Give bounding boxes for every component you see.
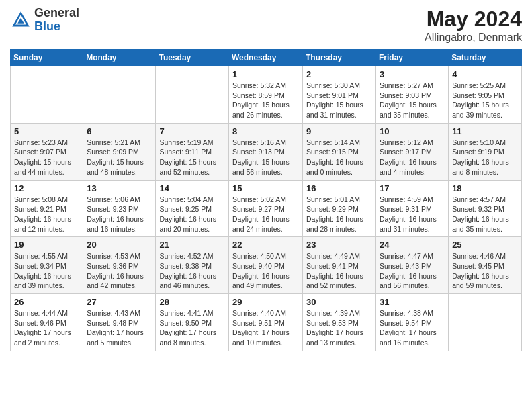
calendar-week-1: 1Sunrise: 5:32 AM Sunset: 8:59 PM Daylig… xyxy=(11,66,522,124)
day-number: 8 xyxy=(232,126,299,136)
day-info: Sunrise: 5:19 AM Sunset: 9:11 PM Dayligh… xyxy=(159,138,225,177)
calendar-day-30: 30Sunrise: 4:39 AM Sunset: 9:53 PM Dayli… xyxy=(303,294,376,351)
calendar-day-7: 7Sunrise: 5:19 AM Sunset: 9:11 PM Daylig… xyxy=(156,123,229,180)
day-number: 21 xyxy=(159,240,225,250)
day-number: 19 xyxy=(14,240,79,250)
day-number: 7 xyxy=(159,126,225,136)
calendar-day-23: 23Sunrise: 4:49 AM Sunset: 9:41 PM Dayli… xyxy=(303,237,376,294)
day-info: Sunrise: 4:46 AM Sunset: 9:45 PM Dayligh… xyxy=(452,251,518,291)
day-number: 3 xyxy=(380,69,445,79)
day-header-sunday: Sunday xyxy=(11,50,83,66)
calendar-day-14: 14Sunrise: 5:04 AM Sunset: 9:25 PM Dayli… xyxy=(156,180,229,237)
day-info: Sunrise: 5:10 AM Sunset: 9:19 PM Dayligh… xyxy=(452,138,518,177)
calendar-day-5: 5Sunrise: 5:23 AM Sunset: 9:07 PM Daylig… xyxy=(11,123,83,180)
calendar-day-26: 26Sunrise: 4:44 AM Sunset: 9:46 PM Dayli… xyxy=(11,294,83,351)
day-info: Sunrise: 5:16 AM Sunset: 9:13 PM Dayligh… xyxy=(232,138,299,177)
calendar-day-9: 9Sunrise: 5:14 AM Sunset: 9:15 PM Daylig… xyxy=(303,123,376,180)
calendar-day-6: 6Sunrise: 5:21 AM Sunset: 9:09 PM Daylig… xyxy=(83,123,156,180)
day-number: 25 xyxy=(452,240,518,250)
day-info: Sunrise: 5:32 AM Sunset: 8:59 PM Dayligh… xyxy=(232,81,299,120)
calendar-day-11: 11Sunrise: 5:10 AM Sunset: 9:19 PM Dayli… xyxy=(449,123,522,180)
logo-general: General xyxy=(34,7,79,20)
day-info: Sunrise: 4:53 AM Sunset: 9:36 PM Dayligh… xyxy=(87,251,152,291)
day-number: 27 xyxy=(87,297,152,307)
day-number: 30 xyxy=(306,297,372,307)
day-number: 17 xyxy=(380,183,445,193)
day-info: Sunrise: 4:47 AM Sunset: 9:43 PM Dayligh… xyxy=(380,251,445,291)
day-number: 26 xyxy=(14,297,79,307)
calendar-day-19: 19Sunrise: 4:55 AM Sunset: 9:34 PM Dayli… xyxy=(11,237,83,294)
day-info: Sunrise: 4:52 AM Sunset: 9:38 PM Dayligh… xyxy=(159,251,225,291)
empty-cell xyxy=(449,294,522,351)
day-info: Sunrise: 5:01 AM Sunset: 9:29 PM Dayligh… xyxy=(306,195,372,234)
day-number: 15 xyxy=(232,183,299,193)
day-info: Sunrise: 5:08 AM Sunset: 9:21 PM Dayligh… xyxy=(14,195,79,234)
day-number: 4 xyxy=(452,69,518,79)
calendar-day-18: 18Sunrise: 4:57 AM Sunset: 9:32 PM Dayli… xyxy=(449,180,522,237)
calendar-day-28: 28Sunrise: 4:41 AM Sunset: 9:50 PM Dayli… xyxy=(156,294,229,351)
calendar-day-17: 17Sunrise: 4:59 AM Sunset: 9:31 PM Dayli… xyxy=(376,180,449,237)
day-number: 14 xyxy=(159,183,225,193)
calendar-day-20: 20Sunrise: 4:53 AM Sunset: 9:36 PM Dayli… xyxy=(83,237,156,294)
day-number: 22 xyxy=(232,240,299,250)
day-number: 12 xyxy=(14,183,79,193)
logo-icon xyxy=(10,9,32,31)
day-header-wednesday: Wednesday xyxy=(229,50,303,66)
calendar-day-1: 1Sunrise: 5:32 AM Sunset: 8:59 PM Daylig… xyxy=(229,66,303,124)
calendar-week-3: 12Sunrise: 5:08 AM Sunset: 9:21 PM Dayli… xyxy=(11,180,522,237)
calendar-header-row: SundayMondayTuesdayWednesdayThursdayFrid… xyxy=(11,50,522,66)
day-number: 24 xyxy=(380,240,445,250)
calendar-week-5: 26Sunrise: 4:44 AM Sunset: 9:46 PM Dayli… xyxy=(11,294,522,351)
day-number: 11 xyxy=(452,126,518,136)
calendar-title: May 2024 xyxy=(425,7,522,32)
calendar-day-13: 13Sunrise: 5:06 AM Sunset: 9:23 PM Dayli… xyxy=(83,180,156,237)
calendar-day-15: 15Sunrise: 5:02 AM Sunset: 9:27 PM Dayli… xyxy=(229,180,303,237)
day-number: 20 xyxy=(87,240,152,250)
day-info: Sunrise: 5:06 AM Sunset: 9:23 PM Dayligh… xyxy=(87,195,152,234)
day-info: Sunrise: 5:27 AM Sunset: 9:03 PM Dayligh… xyxy=(380,81,445,120)
calendar-day-25: 25Sunrise: 4:46 AM Sunset: 9:45 PM Dayli… xyxy=(449,237,522,294)
day-info: Sunrise: 5:21 AM Sunset: 9:09 PM Dayligh… xyxy=(87,138,152,177)
calendar-day-3: 3Sunrise: 5:27 AM Sunset: 9:03 PM Daylig… xyxy=(376,66,449,124)
calendar-table: SundayMondayTuesdayWednesdayThursdayFrid… xyxy=(10,49,522,351)
day-info: Sunrise: 4:40 AM Sunset: 9:51 PM Dayligh… xyxy=(232,308,299,348)
day-number: 18 xyxy=(452,183,518,193)
page-header: General Blue May 2024 Allingabro, Denmar… xyxy=(10,7,522,44)
empty-cell xyxy=(11,66,83,124)
day-number: 9 xyxy=(306,126,372,136)
day-header-monday: Monday xyxy=(83,50,156,66)
calendar-location: Allingabro, Denmark xyxy=(425,32,522,44)
calendar-week-2: 5Sunrise: 5:23 AM Sunset: 9:07 PM Daylig… xyxy=(11,123,522,180)
day-info: Sunrise: 5:14 AM Sunset: 9:15 PM Dayligh… xyxy=(306,138,372,177)
day-number: 28 xyxy=(159,297,225,307)
empty-cell xyxy=(156,66,229,124)
day-number: 31 xyxy=(380,297,445,307)
logo: General Blue xyxy=(10,7,79,34)
day-info: Sunrise: 4:41 AM Sunset: 9:50 PM Dayligh… xyxy=(159,308,225,348)
calendar-day-27: 27Sunrise: 4:43 AM Sunset: 9:48 PM Dayli… xyxy=(83,294,156,351)
day-number: 1 xyxy=(232,69,299,79)
day-info: Sunrise: 4:59 AM Sunset: 9:31 PM Dayligh… xyxy=(380,195,445,234)
day-info: Sunrise: 4:39 AM Sunset: 9:53 PM Dayligh… xyxy=(306,308,372,348)
day-number: 5 xyxy=(14,126,79,136)
calendar-day-22: 22Sunrise: 4:50 AM Sunset: 9:40 PM Dayli… xyxy=(229,237,303,294)
day-number: 10 xyxy=(380,126,445,136)
calendar-day-4: 4Sunrise: 5:25 AM Sunset: 9:05 PM Daylig… xyxy=(449,66,522,124)
day-header-tuesday: Tuesday xyxy=(156,50,229,66)
day-info: Sunrise: 5:04 AM Sunset: 9:25 PM Dayligh… xyxy=(159,195,225,234)
day-number: 23 xyxy=(306,240,372,250)
day-info: Sunrise: 5:02 AM Sunset: 9:27 PM Dayligh… xyxy=(232,195,299,234)
day-header-friday: Friday xyxy=(376,50,449,66)
day-info: Sunrise: 4:43 AM Sunset: 9:48 PM Dayligh… xyxy=(87,308,152,348)
day-info: Sunrise: 4:57 AM Sunset: 9:32 PM Dayligh… xyxy=(452,195,518,234)
day-header-saturday: Saturday xyxy=(449,50,522,66)
day-info: Sunrise: 5:30 AM Sunset: 9:01 PM Dayligh… xyxy=(306,81,372,120)
calendar-day-24: 24Sunrise: 4:47 AM Sunset: 9:43 PM Dayli… xyxy=(376,237,449,294)
day-info: Sunrise: 4:49 AM Sunset: 9:41 PM Dayligh… xyxy=(306,251,372,291)
day-number: 6 xyxy=(87,126,152,136)
day-info: Sunrise: 4:38 AM Sunset: 9:54 PM Dayligh… xyxy=(380,308,445,348)
calendar-day-21: 21Sunrise: 4:52 AM Sunset: 9:38 PM Dayli… xyxy=(156,237,229,294)
day-header-thursday: Thursday xyxy=(303,50,376,66)
day-number: 2 xyxy=(306,69,372,79)
calendar-day-10: 10Sunrise: 5:12 AM Sunset: 9:17 PM Dayli… xyxy=(376,123,449,180)
